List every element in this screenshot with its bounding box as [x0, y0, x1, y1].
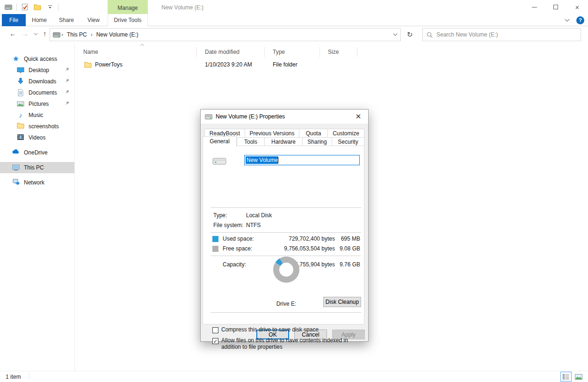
- sidebar-item-quick-access[interactable]: Quick access: [0, 53, 74, 65]
- sidebar-label: Desktop: [29, 67, 49, 73]
- sidebar-item-desktop[interactable]: Desktop: [0, 65, 74, 76]
- volume-name-input[interactable]: New Volume: [244, 155, 360, 165]
- dialog-tab-security[interactable]: Security: [332, 137, 364, 146]
- status-bar: 1 item: [0, 371, 588, 382]
- music-icon: ♪: [17, 111, 24, 119]
- new-folder-icon[interactable]: [33, 2, 42, 12]
- dialog-tab-quota[interactable]: Quota: [299, 129, 328, 138]
- search-box[interactable]: [422, 28, 581, 41]
- tab-drive-tools[interactable]: Drive Tools: [108, 14, 148, 26]
- sort-ascending-icon: [140, 44, 145, 46]
- capacity-label: Capacity:: [223, 261, 246, 268]
- videos-icon: [17, 134, 24, 141]
- pin-icon: [65, 89, 70, 95]
- item-count: 1 item: [6, 374, 21, 380]
- file-system-value: NTFS: [246, 222, 261, 228]
- file-name: PowerToys: [95, 61, 123, 68]
- divider: [211, 232, 361, 233]
- network-icon: [12, 179, 20, 186]
- maximize-button[interactable]: [545, 0, 566, 14]
- column-header-type[interactable]: Type: [265, 47, 320, 57]
- sidebar-label: Quick access: [24, 56, 57, 62]
- address-bar[interactable]: › This PC › New Volume (E:): [50, 28, 401, 41]
- refresh-icon[interactable]: ↻: [403, 29, 416, 40]
- details-view-button[interactable]: [560, 372, 572, 382]
- help-icon[interactable]: ?: [576, 16, 584, 24]
- qat-separator: [58, 3, 58, 11]
- properties-icon[interactable]: [20, 2, 29, 12]
- sidebar-label: Music: [29, 112, 43, 118]
- tab-file[interactable]: File: [2, 14, 26, 26]
- divider: [29, 373, 29, 381]
- column-header-name[interactable]: Name: [75, 47, 197, 57]
- text-caret: [278, 157, 278, 163]
- large-icons-view-button[interactable]: [573, 372, 584, 382]
- ribbon-collapse-icon[interactable]: [565, 19, 570, 22]
- free-space-swatch: [212, 246, 218, 252]
- sidebar-label: Downloads: [29, 78, 56, 85]
- navigation-pane: Quick access Desktop Downloads Docume: [0, 43, 75, 371]
- sidebar-label: screenshots: [29, 123, 59, 130]
- sidebar-label: Documents: [29, 89, 57, 96]
- tab-view[interactable]: View: [80, 14, 107, 26]
- tab-share[interactable]: Share: [53, 14, 80, 26]
- sidebar-item-this-pc[interactable]: This PC: [0, 162, 74, 173]
- type-label: Type:: [213, 212, 227, 219]
- recent-locations-icon[interactable]: [34, 33, 38, 36]
- file-type: File folder: [273, 61, 298, 68]
- used-space-size: 695 MB: [338, 235, 360, 242]
- type-value: Local Disk: [246, 212, 272, 219]
- divider: [211, 207, 361, 208]
- sidebar-item-documents[interactable]: Documents: [0, 87, 74, 98]
- checkbox-checked-icon[interactable]: ✓: [212, 338, 218, 344]
- drive-icon: [4, 2, 13, 12]
- sidebar-item-pictures[interactable]: Pictures: [0, 98, 74, 110]
- checkbox-unchecked-icon[interactable]: [212, 327, 218, 333]
- search-input[interactable]: [436, 31, 577, 38]
- sidebar-item-videos[interactable]: Videos: [0, 132, 74, 143]
- sidebar-item-onedrive[interactable]: OneDrive: [0, 147, 74, 158]
- onedrive-cloud-icon: [12, 149, 20, 156]
- sidebar-item-screenshots[interactable]: screenshots: [0, 121, 74, 132]
- free-space-size: 9.08 GB: [338, 245, 360, 252]
- dialog-tab-tools[interactable]: Tools: [237, 137, 265, 146]
- disk-cleanup-button[interactable]: Disk Cleanup: [323, 297, 361, 307]
- tab-home[interactable]: Home: [26, 14, 53, 26]
- breadcrumb-chevron-icon: ›: [60, 31, 64, 38]
- contextual-group-manage[interactable]: Manage: [108, 0, 148, 14]
- dialog-tab-sharing[interactable]: Sharing: [302, 137, 332, 146]
- qat-separator: [16, 3, 17, 11]
- breadcrumb-new-volume[interactable]: New Volume (E:): [94, 31, 141, 38]
- divider: [211, 312, 361, 313]
- search-icon: [427, 32, 433, 38]
- dialog-close-icon[interactable]: ✕: [349, 110, 368, 123]
- up-button[interactable]: ↑: [43, 29, 47, 37]
- sidebar-item-downloads[interactable]: Downloads: [0, 76, 74, 87]
- sidebar-label: This PC: [24, 164, 44, 171]
- sidebar-label: Pictures: [29, 101, 49, 107]
- minimize-button[interactable]: [523, 0, 545, 14]
- dialog-title: New Volume (E:) Properties: [216, 113, 285, 120]
- customize-qat-dropdown-icon[interactable]: [45, 2, 55, 12]
- column-header-date-modified[interactable]: Date modified: [197, 47, 265, 57]
- close-button[interactable]: ×: [566, 0, 588, 14]
- sidebar-item-network[interactable]: Network: [0, 177, 74, 188]
- dialog-title-bar: New Volume (E:) Properties ✕: [201, 110, 368, 124]
- sidebar-item-music[interactable]: ♪ Music: [0, 110, 74, 121]
- used-space-bytes: 729,702,400 bytes: [273, 235, 335, 242]
- column-header-size[interactable]: Size: [320, 47, 357, 57]
- free-space-label: Free space:: [223, 245, 252, 252]
- dialog-tab-previous-versions[interactable]: Previous Versions: [245, 129, 299, 138]
- title-bar: Manage New Volume (E:) ×: [0, 0, 588, 14]
- breadcrumb-chevron-icon: ›: [90, 31, 94, 38]
- downloads-icon: [17, 78, 24, 85]
- table-row[interactable]: PowerToys 1/10/2023 9:20 AM File folder: [75, 59, 356, 70]
- window-title: New Volume (E:): [161, 4, 203, 11]
- address-dropdown-icon[interactable]: [393, 33, 398, 36]
- breadcrumb-this-pc[interactable]: This PC: [64, 31, 90, 38]
- forward-button[interactable]: →: [22, 29, 29, 37]
- dialog-tab-general[interactable]: General: [203, 136, 237, 147]
- dialog-tab-hardware[interactable]: Hardware: [264, 137, 303, 146]
- back-button[interactable]: ←: [9, 29, 16, 37]
- dialog-tab-customize[interactable]: Customize: [327, 129, 364, 138]
